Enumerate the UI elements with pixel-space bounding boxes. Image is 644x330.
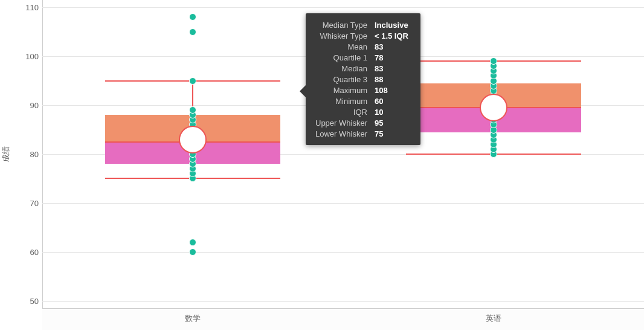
data-point[interactable]: [490, 57, 497, 65]
tooltip-value: 75: [371, 128, 412, 139]
tooltip-key: Median Type: [312, 19, 371, 30]
tooltip-row: Minimum60: [312, 95, 412, 106]
tooltip-row: Mean83: [312, 41, 412, 52]
tooltip: Median TypeInclusiveWhisker Type< 1.5 IQ…: [306, 13, 420, 145]
tooltip-key: Upper Whisker: [312, 117, 371, 128]
box-whisker-chart: 成绩 5060708090100110 数学英语 Median TypeIncl…: [0, 0, 644, 330]
tooltip-key: Median: [312, 63, 371, 74]
x-axis-band: [42, 309, 644, 330]
tooltip-row: IQR10: [312, 106, 412, 117]
tooltip-row: Median TypeInclusive: [312, 19, 412, 30]
tooltip-row: Quartile 178: [312, 52, 412, 63]
tooltip-value: 83: [371, 41, 412, 52]
tooltip-value: Inclusive: [371, 19, 412, 30]
y-tick-label: 110: [14, 3, 39, 12]
tooltip-value: 78: [371, 52, 412, 63]
tooltip-arrow-icon: [300, 85, 306, 97]
tooltip-row: Lower Whisker75: [312, 128, 412, 139]
y-tick-label: 50: [14, 296, 39, 305]
tooltip-value: 88: [371, 74, 412, 85]
tooltip-value: 10: [371, 106, 412, 117]
y-tick-label: 90: [14, 101, 39, 110]
tooltip-value: < 1.5 IQR: [371, 30, 412, 41]
tooltip-row: Whisker Type< 1.5 IQR: [312, 30, 412, 41]
tooltip-value: 95: [371, 117, 412, 128]
y-axis-title: 成绩: [1, 146, 11, 162]
tooltip-row: Quartile 388: [312, 74, 412, 85]
tooltip-key: Quartile 3: [312, 74, 371, 85]
tooltip-key: Lower Whisker: [312, 128, 371, 139]
x-axis-line: [42, 308, 644, 309]
tooltip-key: Mean: [312, 41, 371, 52]
tooltip-key: Quartile 1: [312, 52, 371, 63]
tooltip-value: 83: [371, 63, 412, 74]
tooltip-row: Median83: [312, 63, 412, 74]
y-tick-label: 80: [14, 150, 39, 159]
y-tick-label: 100: [14, 52, 39, 61]
tooltip-key: IQR: [312, 106, 371, 117]
tooltip-key: Minimum: [312, 95, 371, 106]
y-tick-label: 60: [14, 247, 39, 256]
mean-circle: [480, 94, 507, 121]
tooltip-value: 60: [371, 95, 412, 106]
tooltip-row: Upper Whisker95: [312, 117, 412, 128]
tooltip-key: Maximum: [312, 85, 371, 95]
tooltip-key: Whisker Type: [312, 30, 371, 41]
x-tick-label: 数学: [185, 313, 201, 324]
x-tick-label: 英语: [486, 313, 501, 324]
y-tick-label: 70: [14, 198, 39, 207]
tooltip-value: 108: [371, 85, 412, 95]
tooltip-row: Maximum108: [312, 85, 412, 95]
